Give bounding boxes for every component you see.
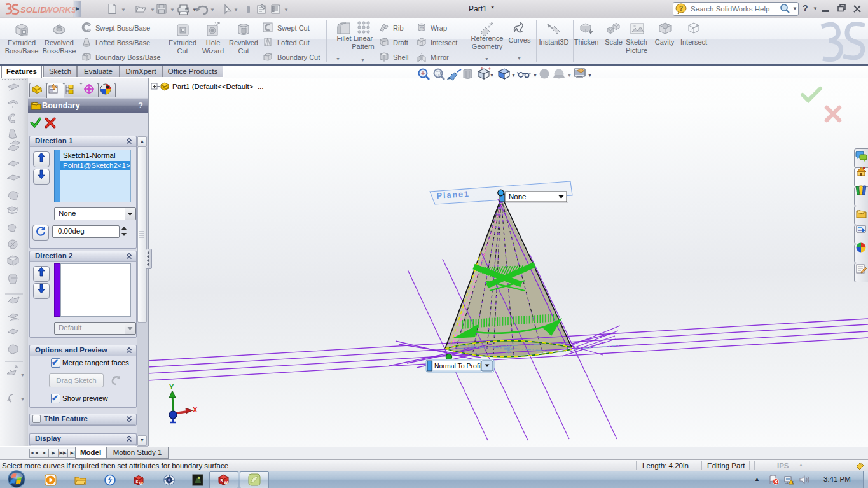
svg-text:▼: ▼ xyxy=(170,7,175,13)
svg-text:▼: ▼ xyxy=(121,7,126,13)
svg-text:Part1 (Default<<Default>_...: Part1 (Default<<Default>_... xyxy=(172,83,264,90)
svg-text:X: X xyxy=(193,406,198,414)
svg-text:▼: ▼ xyxy=(567,73,572,78)
svg-text:!: ! xyxy=(792,480,794,484)
svg-text:▼: ▼ xyxy=(233,7,238,13)
svg-text:W: W xyxy=(139,482,143,485)
svg-text:Y: Y xyxy=(169,383,174,391)
svg-text:SOLID: SOLID xyxy=(20,5,46,15)
svg-text:▼: ▼ xyxy=(20,397,25,401)
svg-text:▼: ▼ xyxy=(210,7,215,13)
svg-text:▼: ▼ xyxy=(284,7,289,13)
svg-text:▼: ▼ xyxy=(511,73,516,78)
svg-text:▼: ▼ xyxy=(150,7,155,13)
svg-text:▼: ▼ xyxy=(490,73,494,78)
svg-text:▼: ▼ xyxy=(588,73,592,78)
svg-text:W: W xyxy=(224,480,228,485)
svg-text:cd: cd xyxy=(420,26,424,30)
svg-text:▼: ▼ xyxy=(533,73,537,78)
svg-text:WORKS: WORKS xyxy=(45,5,75,15)
svg-text:▼: ▼ xyxy=(792,6,797,11)
svg-text:S: S xyxy=(136,480,139,484)
svg-text:Normal To Profil: Normal To Profil xyxy=(434,362,482,370)
svg-text:S: S xyxy=(220,478,223,483)
svg-text:?: ? xyxy=(679,5,683,12)
svg-text:▼: ▼ xyxy=(20,373,25,377)
svg-text:None: None xyxy=(509,193,527,200)
